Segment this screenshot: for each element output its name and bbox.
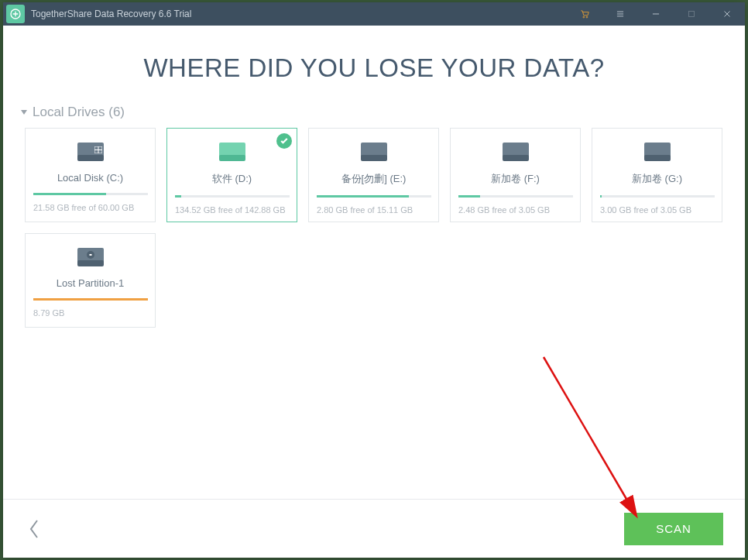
drive-label: Local Disk (C:): [57, 172, 123, 184]
drive-usage-bar: [175, 195, 290, 198]
drive-icon: [641, 138, 674, 166]
svg-rect-20: [77, 260, 104, 266]
svg-rect-12: [219, 155, 245, 161]
drive-card[interactable]: 软件 (D:)134.52 GB free of 142.88 GB: [166, 128, 297, 222]
drive-usage-fill: [458, 195, 480, 198]
cart-icon[interactable]: [567, 2, 602, 26]
drive-free-text: 3.00 GB free of 3.05 GB: [592, 205, 691, 215]
section-label: Local Drives (6): [33, 105, 125, 120]
titlebar: TogetherShare Data Recovery 6.6 Trial: [3, 2, 745, 26]
drive-usage-bar: [317, 195, 431, 198]
lost-drive-icon: [74, 243, 107, 271]
drive-label: 新加卷 (G:): [632, 172, 682, 186]
drive-usage-fill: [600, 195, 602, 198]
drive-usage-fill: [317, 195, 410, 198]
drive-usage-bar: [33, 298, 148, 301]
drive-usage-bar: [33, 193, 148, 195]
section-header-local-drives[interactable]: Local Drives (6): [3, 105, 745, 120]
drive-card[interactable]: 备份[勿删] (E:)2.80 GB free of 15.11 GB: [308, 128, 439, 222]
drive-card[interactable]: Local Disk (C:)21.58 GB free of 60.00 GB: [25, 128, 156, 222]
svg-rect-5: [77, 155, 104, 161]
svg-rect-9: [94, 150, 98, 153]
checkmark-icon: [276, 133, 292, 149]
svg-point-1: [583, 16, 585, 18]
maximize-button[interactable]: [674, 2, 709, 26]
drive-usage-fill: [175, 195, 182, 198]
drive-usage-fill: [33, 193, 107, 195]
menu-icon[interactable]: [602, 2, 638, 26]
drive-free-text: 21.58 GB free of 60.00 GB: [26, 203, 134, 212]
drive-icon: [358, 138, 390, 166]
drive-free-text: 8.79 GB: [26, 308, 64, 318]
drive-usage-fill: [33, 298, 148, 301]
app-logo: [6, 5, 25, 23]
window-title: TogetherShare Data Recovery 6.6 Trial: [31, 9, 567, 19]
drive-icon: [499, 138, 532, 166]
titlebar-controls: [567, 2, 745, 26]
svg-point-2: [586, 16, 588, 18]
drive-label: 软件 (D:): [212, 172, 252, 186]
drive-card[interactable]: 新加卷 (G:)3.00 GB free of 3.05 GB: [592, 128, 722, 222]
svg-rect-3: [689, 12, 695, 17]
drive-label: Lost Partition-1: [57, 277, 124, 289]
svg-rect-14: [361, 155, 387, 161]
collapse-triangle-icon: [20, 105, 28, 120]
svg-rect-16: [503, 155, 529, 161]
drive-card[interactable]: Lost Partition-18.79 GB: [25, 233, 156, 328]
drive-label: 新加卷 (F:): [491, 172, 540, 186]
svg-rect-8: [98, 147, 101, 150]
svg-rect-18: [644, 155, 671, 161]
drive-icon: [216, 138, 249, 166]
close-button[interactable]: [709, 2, 745, 26]
page-title: WHERE DID YOU LOSE YOUR DATA?: [3, 53, 745, 83]
drive-card[interactable]: 新加卷 (F:)2.48 GB free of 3.05 GB: [450, 128, 581, 222]
drive-usage-bar: [458, 195, 573, 198]
windows-drive-icon: [74, 138, 107, 166]
drive-free-text: 134.52 GB free of 142.88 GB: [167, 205, 285, 215]
svg-rect-10: [98, 150, 101, 153]
footer: SCAN: [3, 499, 745, 558]
drive-free-text: 2.48 GB free of 3.05 GB: [451, 205, 550, 215]
scan-button[interactable]: SCAN: [624, 513, 723, 545]
svg-rect-7: [94, 147, 98, 150]
content-area: WHERE DID YOU LOSE YOUR DATA? Local Driv…: [3, 26, 745, 499]
drive-free-text: 2.80 GB free of 15.11 GB: [309, 205, 413, 215]
app-window: TogetherShare Data Recovery 6.6 Trial WH…: [3, 2, 745, 558]
drive-usage-bar: [600, 195, 715, 198]
svg-rect-22: [89, 254, 91, 256]
drive-label: 备份[勿删] (E:): [341, 172, 407, 186]
back-button[interactable]: [25, 514, 43, 545]
minimize-button[interactable]: [638, 2, 674, 26]
drives-grid: Local Disk (C:)21.58 GB free of 60.00 GB…: [3, 128, 745, 328]
